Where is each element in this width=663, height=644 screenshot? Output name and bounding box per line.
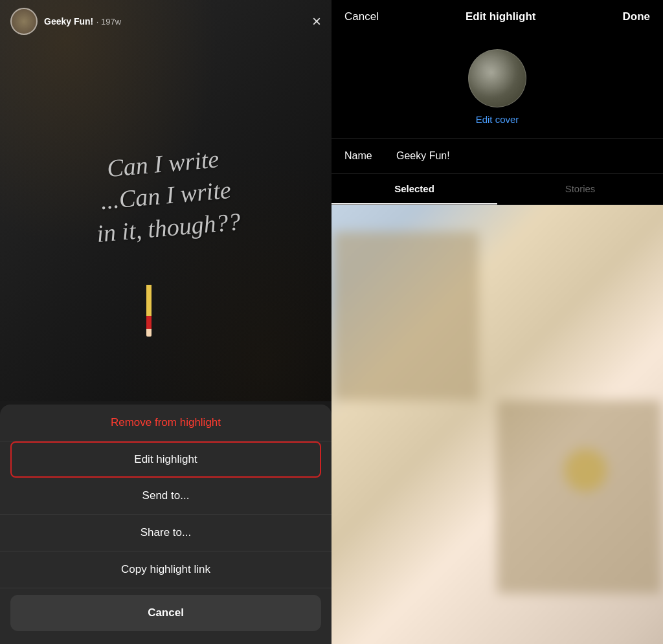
name-value[interactable]: Geeky Fun! [396, 150, 650, 162]
right-panel: Cancel Edit highlight Done Edit cover Na… [332, 0, 663, 644]
username-area: Geeky Fun! · 197w [44, 16, 312, 27]
send-to-button[interactable]: Send to... [0, 478, 332, 515]
avatar [10, 8, 38, 35]
story-background: Can I write ...Can I write in it, though… [0, 0, 332, 401]
remove-from-highlight-button[interactable]: Remove from highlight [0, 405, 332, 441]
stories-grid [332, 205, 663, 644]
tab-stories[interactable]: Stories [497, 174, 663, 205]
header-cancel-button[interactable]: Cancel [344, 10, 379, 23]
edit-header: Cancel Edit highlight Done [332, 0, 663, 34]
pencil-decoration [146, 285, 152, 337]
cancel-button[interactable]: Cancel [10, 595, 321, 631]
username: Geeky Fun! [44, 16, 93, 27]
tabs-row: Selected Stories [332, 174, 663, 205]
story-image: Can I write ...Can I write in it, though… [0, 0, 332, 401]
decoration-blob [564, 449, 607, 491]
edit-highlight-button[interactable]: Edit highlight [10, 441, 321, 478]
left-panel: Can I write ...Can I write in it, though… [0, 0, 332, 644]
name-label: Name [344, 150, 396, 162]
tab-selected[interactable]: Selected [332, 174, 497, 205]
header-title: Edit highlight [466, 10, 536, 23]
cover-section: Edit cover [332, 34, 663, 139]
story-top-bar: Geeky Fun! · 197w × [0, 0, 332, 43]
name-row: Name Geeky Fun! [332, 139, 663, 174]
story-text: Can I write ...Can I write in it, though… [90, 142, 242, 250]
cover-image[interactable] [468, 49, 526, 107]
close-button[interactable]: × [312, 12, 321, 30]
action-sheet: Remove from highlight Edit highlight Sen… [0, 405, 332, 644]
header-done-button[interactable]: Done [622, 10, 650, 23]
content-grid [332, 205, 663, 644]
edit-cover-button[interactable]: Edit cover [476, 114, 519, 125]
time-ago: · 197w [96, 17, 121, 27]
share-to-button[interactable]: Share to... [0, 515, 332, 551]
copy-highlight-link-button[interactable]: Copy highlight link [0, 551, 332, 588]
